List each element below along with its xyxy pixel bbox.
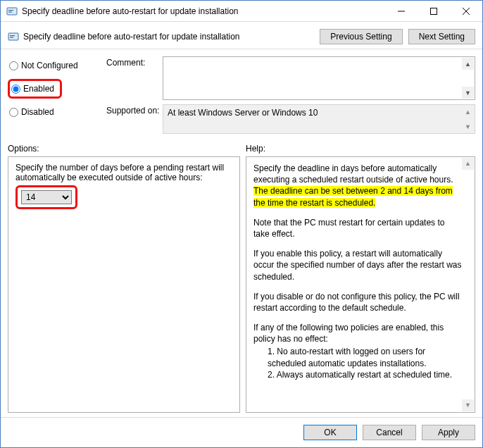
supported-label: Supported on: — [106, 104, 163, 134]
help-paragraph: If you enable this policy, a restart wil… — [253, 248, 462, 282]
radio-not-configured[interactable]: Not Configured — [8, 59, 106, 72]
help-list-item: 2. Always automatically restart at sched… — [253, 369, 462, 380]
help-paragraph: If you disable or do not configure this … — [253, 291, 462, 313]
titlebar: Specify deadline before auto-restart for… — [1, 1, 482, 22]
radio-not-configured-input[interactable] — [9, 61, 18, 70]
svg-rect-8 — [10, 35, 15, 36]
scroll-up-icon[interactable]: ▲ — [462, 158, 474, 170]
svg-rect-4 — [431, 8, 437, 14]
help-list-item: 1. No auto-restart with logged on users … — [253, 346, 462, 368]
policy-dialog: Specify deadline before auto-restart for… — [0, 0, 483, 448]
scroll-down-icon[interactable]: ▼ — [462, 399, 474, 411]
supported-on-box: At least Windows Server or Windows 10 ▲ … — [163, 104, 475, 134]
svg-rect-2 — [8, 11, 12, 12]
radio-disabled[interactable]: Disabled — [8, 106, 106, 118]
close-button[interactable] — [450, 1, 482, 21]
scroll-down-icon[interactable]: ▼ — [462, 87, 474, 99]
supported-on-text: At least Windows Server or Windows 10 — [168, 108, 318, 118]
comment-label: Comment: — [106, 56, 163, 100]
options-header: Options: — [8, 144, 246, 154]
apply-button[interactable]: Apply — [422, 425, 475, 440]
ok-button[interactable]: OK — [303, 425, 357, 440]
scroll-down-icon: ▼ — [462, 120, 474, 132]
radio-disabled-input[interactable] — [9, 108, 18, 117]
help-highlight: The deadline can be set between 2 and 14… — [253, 186, 453, 207]
config-area: Not Configured Enabled Disabled Comment:… — [1, 49, 482, 138]
days-highlight: 14 — [15, 185, 77, 209]
help-panel: Specify the deadline in days before auto… — [246, 156, 475, 413]
next-setting-button[interactable]: Next Setting — [408, 29, 475, 44]
help-header: Help: — [246, 144, 265, 154]
comment-textarea[interactable]: ▲ ▼ — [163, 56, 475, 100]
radio-label: Disabled — [21, 107, 54, 117]
radio-label: Not Configured — [21, 61, 78, 70]
window-title: Specify deadline before auto-restart for… — [22, 6, 385, 16]
policy-icon — [6, 6, 18, 17]
svg-rect-9 — [10, 37, 13, 38]
svg-rect-7 — [8, 33, 18, 40]
days-combobox[interactable]: 14 — [21, 190, 72, 204]
options-description: Specify the number of days before a pend… — [15, 163, 232, 182]
minimize-button[interactable] — [385, 1, 418, 21]
radio-enabled[interactable]: Enabled — [10, 82, 56, 95]
radio-label: Enabled — [23, 84, 54, 94]
options-panel: Specify the number of days before a pend… — [8, 156, 240, 413]
previous-setting-button[interactable]: Previous Setting — [320, 29, 402, 44]
help-paragraph: Note that the PC must restart for certai… — [253, 217, 462, 239]
dialog-footer: OK Cancel Apply — [1, 417, 482, 447]
policy-icon — [8, 31, 19, 42]
svg-rect-0 — [7, 8, 17, 15]
help-paragraph: Specify the deadline in days before auto… — [253, 163, 462, 209]
toolbar: Specify deadline before auto-restart for… — [1, 22, 482, 49]
cancel-button[interactable]: Cancel — [363, 425, 416, 440]
svg-rect-1 — [8, 10, 13, 11]
radio-enabled-input[interactable] — [11, 85, 20, 94]
help-paragraph: If any of the following two policies are… — [253, 322, 462, 344]
maximize-button[interactable] — [418, 1, 450, 21]
toolbar-title: Specify deadline before auto-restart for… — [23, 32, 240, 42]
scroll-up-icon[interactable]: ▲ — [462, 58, 474, 70]
enabled-highlight: Enabled — [8, 79, 62, 99]
scroll-up-icon: ▲ — [462, 106, 474, 118]
